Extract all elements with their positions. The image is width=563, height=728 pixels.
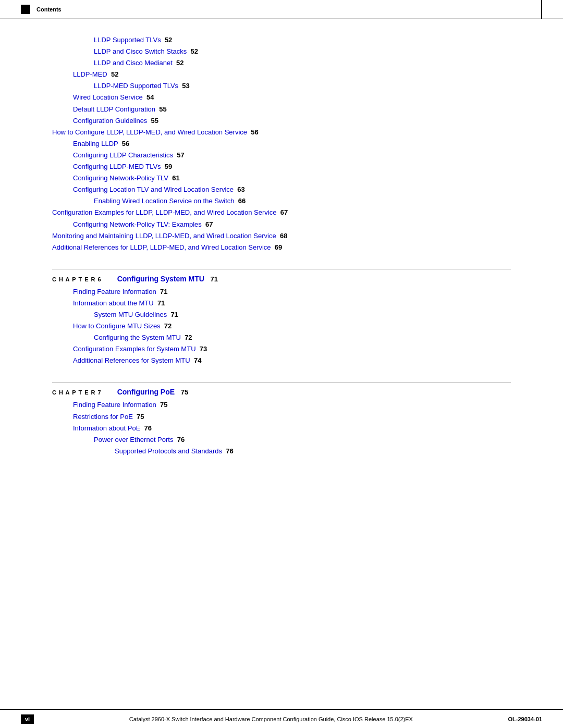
page-num: 72 [164, 322, 172, 330]
toc-link[interactable]: Configuration Guidelines [73, 117, 147, 125]
header-right-line [541, 0, 542, 19]
page-num: 69 [275, 243, 282, 251]
toc-entry: Monitoring and Maintaining LLDP, LLDP-ME… [52, 230, 511, 242]
page-num: 55 [159, 105, 166, 113]
toc-link[interactable]: Power over Ethernet Ports [94, 436, 173, 443]
toc-entry: How to Configure LLDP, LLDP-MED, and Wir… [52, 127, 511, 138]
page-num: 54 [146, 93, 154, 101]
toc-link[interactable]: Wired Location Service [73, 93, 143, 101]
toc-link[interactable]: Default LLDP Configuration [73, 105, 155, 113]
toc-link[interactable]: Information about the MTU [73, 299, 154, 307]
toc-entry: Restrictions for PoE 75 [73, 411, 511, 423]
page-num: 59 [165, 163, 172, 170]
toc-link[interactable]: LLDP-MED [73, 70, 107, 78]
page-num: 73 [200, 345, 207, 353]
toc-link[interactable]: How to Configure LLDP, LLDP-MED, and Wir… [52, 128, 247, 136]
page-wrapper: Contents LLDP Supported TLVs 52 LLDP and… [0, 0, 563, 728]
chapter-6-page: 71 [211, 275, 218, 283]
page-num: 74 [194, 356, 201, 364]
toc-entry: Configuring LLDP-MED TLVs 59 [73, 161, 511, 172]
footer-doc-num: OL-29034-01 [508, 716, 542, 722]
toc-link[interactable]: Configuration Examples for LLDP, LLDP-ME… [52, 208, 276, 216]
toc-entry: Configuration Examples for LLDP, LLDP-ME… [52, 207, 511, 218]
chapter-6-label: C H A P T E R 6 [52, 276, 102, 282]
toc-entry: Enabling LLDP 56 [73, 138, 511, 150]
page-num: 52 [111, 70, 118, 78]
footer-title: Catalyst 2960-X Switch Interface and Har… [34, 716, 508, 722]
toc-link[interactable]: How to Configure MTU Sizes [73, 322, 161, 330]
toc-entry: Wired Location Service 54 [73, 92, 511, 103]
chapter-7-title: Configuring PoE 75 [117, 388, 189, 396]
chapter-7-link[interactable]: Configuring PoE [117, 388, 177, 396]
toc-entry: LLDP and Cisco Switch Stacks 52 [94, 46, 511, 57]
toc-entry: Configuring Location TLV and Wired Locat… [73, 184, 511, 195]
page-num: 76 [177, 436, 185, 443]
page-num: 67 [280, 208, 288, 216]
toc-entry: Information about the MTU 71 [73, 298, 511, 309]
toc-link[interactable]: System MTU Guidelines [94, 311, 167, 318]
chapter-7-section: C H A P T E R 7 Configuring PoE 75 Findi… [52, 382, 511, 456]
footer-page-num: vi [21, 714, 34, 724]
toc-entry: Information about PoE 76 [73, 423, 511, 434]
page-num: 52 [190, 47, 198, 55]
toc-entry: Supported Protocols and Standards 76 [115, 446, 511, 457]
page-num: 67 [205, 220, 213, 228]
page-num: 57 [177, 151, 184, 159]
toc-link[interactable]: Configuring Location TLV and Wired Locat… [73, 186, 234, 193]
toc-entry: Power over Ethernet Ports 76 [94, 434, 511, 446]
toc-link[interactable]: Configuration Examples for System MTU [73, 345, 196, 353]
toc-entry: LLDP-MED Supported TLVs 53 [94, 80, 511, 92]
page-num: 56 [251, 128, 258, 136]
toc-link[interactable]: Finding Feature Information [73, 401, 156, 409]
toc-link[interactable]: Configuring Network-Policy TLV: Examples [73, 220, 202, 228]
toc-link-info-poe[interactable]: Information about PoE [73, 424, 140, 432]
toc-link-restrictions-poe[interactable]: Restrictions for PoE [73, 413, 133, 421]
toc-entry: Configuration Guidelines 55 [73, 115, 511, 127]
toc-link[interactable]: Additional References for System MTU [73, 356, 190, 364]
toc-entry: Finding Feature Information 75 [73, 399, 511, 411]
toc-group-lldp: LLDP Supported TLVs 52 LLDP and Cisco Sw… [52, 34, 511, 253]
toc-link[interactable]: LLDP and Cisco Switch Stacks [94, 47, 187, 55]
toc-entry: Configuring LLDP Characteristics 57 [73, 150, 511, 161]
page-num: 56 [122, 140, 129, 147]
toc-link[interactable]: Supported Protocols and Standards [115, 447, 222, 455]
toc-link[interactable]: Enabling Wired Location Service on the S… [94, 197, 235, 205]
toc-entry: Enabling Wired Location Service on the S… [94, 195, 511, 207]
main-content: LLDP Supported TLVs 52 LLDP and Cisco Sw… [0, 19, 563, 499]
toc-entry: Configuration Examples for System MTU 73 [73, 343, 511, 355]
toc-link[interactable]: Enabling LLDP [73, 140, 118, 147]
toc-link[interactable]: Monitoring and Maintaining LLDP, LLDP-ME… [52, 232, 276, 240]
toc-link[interactable]: LLDP and Cisco Medianet [94, 59, 173, 67]
toc-entry: Configuring Network-Policy TLV 61 [73, 172, 511, 184]
chapter-6-header: C H A P T E R 6 Configuring System MTU 7… [52, 275, 511, 283]
page-num: 76 [226, 447, 233, 455]
chapter-7-label: C H A P T E R 7 [52, 389, 102, 396]
page-num: 53 [182, 82, 189, 90]
toc-entry: Default LLDP Configuration 55 [73, 104, 511, 115]
chapter-7-header: C H A P T E R 7 Configuring PoE 75 [52, 388, 511, 396]
toc-link[interactable]: Additional References for LLDP, LLDP-MED… [52, 243, 271, 251]
chapter-6-section: C H A P T E R 6 Configuring System MTU 7… [52, 269, 511, 367]
chapter-6-entries: Finding Feature Information 71 Informati… [52, 286, 511, 367]
toc-link[interactable]: Configuring Network-Policy TLV [73, 174, 168, 182]
header-contents-label: Contents [36, 6, 62, 13]
toc-link[interactable]: Configuring the System MTU [94, 334, 181, 341]
toc-entry: How to Configure MTU Sizes 72 [73, 320, 511, 332]
page-num: 66 [238, 197, 246, 205]
toc-link[interactable]: Finding Feature Information [73, 288, 156, 295]
page-footer: vi Catalyst 2960-X Switch Interface and … [0, 709, 563, 728]
toc-link[interactable]: LLDP-MED Supported TLVs [94, 82, 178, 90]
page-num: 55 [151, 117, 158, 125]
toc-entry: LLDP Supported TLVs 52 [94, 34, 511, 46]
page-num: 68 [280, 232, 287, 240]
page-num: 71 [157, 299, 165, 307]
chapter-6-title: Configuring System MTU 71 [117, 275, 218, 283]
toc-link[interactable]: Configuring LLDP Characteristics [73, 151, 173, 159]
toc-link[interactable]: LLDP Supported TLVs [94, 36, 161, 44]
toc-link[interactable]: Configuring LLDP-MED TLVs [73, 163, 161, 170]
header-black-box [21, 5, 30, 14]
page-num: 75 [137, 413, 144, 421]
toc-entry: Additional References for LLDP, LLDP-MED… [52, 242, 511, 253]
toc-entry: Finding Feature Information 71 [73, 286, 511, 298]
chapter-6-link[interactable]: Configuring System MTU [117, 275, 206, 283]
